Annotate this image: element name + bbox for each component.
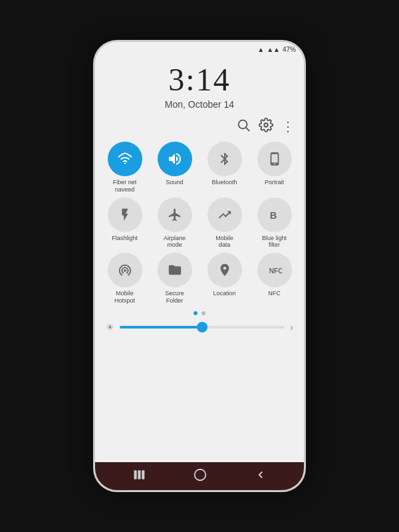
- quick-panel: ⋮ Fiber netnaveed Sound: [95, 115, 304, 462]
- brightness-expand-icon[interactable]: ›: [290, 322, 293, 332]
- battery-text: 47%: [283, 46, 296, 53]
- bluetooth-button[interactable]: [207, 142, 242, 176]
- toggle-nfc[interactable]: NFC NFC: [251, 253, 297, 305]
- airplane-label: Airplanemode: [164, 235, 186, 249]
- sound-label: Sound: [166, 179, 183, 186]
- hotspot-label: MobileHotspot: [114, 290, 135, 305]
- toggle-bluelight[interactable]: B Blue lightfilter: [251, 198, 297, 249]
- sound-button[interactable]: [158, 142, 192, 176]
- top-icons-row: ⋮: [102, 115, 297, 139]
- toggle-location[interactable]: Location: [201, 253, 247, 305]
- securefolder-button[interactable]: [158, 253, 192, 287]
- svg-text:B: B: [269, 209, 277, 220]
- toggle-hotspot[interactable]: MobileHotspot: [102, 253, 148, 305]
- svg-text:NFC: NFC: [269, 267, 281, 275]
- hotspot-button[interactable]: [108, 253, 142, 287]
- dot-1: [194, 311, 198, 315]
- bottom-nav: [95, 462, 304, 490]
- clock-area: 3:14 Mon, October 14: [95, 55, 304, 115]
- page-dots: [102, 311, 297, 315]
- brightness-row[interactable]: ☀ ›: [102, 319, 297, 335]
- brightness-low-icon: ☀: [106, 322, 114, 332]
- location-label: Location: [213, 290, 235, 297]
- svg-rect-6: [138, 470, 140, 479]
- settings-icon[interactable]: [259, 118, 273, 135]
- svg-point-2: [264, 123, 268, 127]
- brightness-thumb[interactable]: [197, 322, 207, 332]
- brightness-fill: [120, 326, 202, 329]
- nfc-label: NFC: [268, 290, 281, 297]
- securefolder-label: SecureFolder: [165, 290, 184, 305]
- dot-2: [201, 311, 205, 315]
- toggle-airplane[interactable]: Airplanemode: [152, 198, 198, 249]
- toggle-bluetooth[interactable]: Bluetooth: [201, 142, 247, 194]
- flashlight-label: Flashlight: [112, 235, 138, 242]
- bluelight-button[interactable]: B: [257, 198, 292, 232]
- svg-point-0: [239, 120, 247, 129]
- nfc-button[interactable]: NFC: [257, 253, 292, 287]
- clock-time: 3:14: [168, 61, 230, 98]
- toggles-grid: Fiber netnaveed Sound Bluetooth: [102, 139, 297, 307]
- flashlight-button[interactable]: [108, 198, 142, 232]
- home-button[interactable]: [193, 467, 207, 485]
- bluetooth-label: Bluetooth: [211, 179, 237, 186]
- mobiledata-label: Mobiledata: [215, 235, 233, 249]
- clock-date: Mon, October 14: [165, 99, 234, 110]
- wifi-button[interactable]: [108, 142, 142, 176]
- airplane-button[interactable]: [158, 198, 192, 232]
- status-bar: ▲ ▲▲ 47%: [95, 42, 304, 55]
- phone-frame: ▲ ▲▲ 47% 3:14 Mon, October 14 ⋮: [93, 40, 306, 492]
- brightness-slider[interactable]: [120, 326, 285, 329]
- more-icon[interactable]: ⋮: [281, 120, 295, 133]
- toggle-mobiledata[interactable]: Mobiledata: [201, 198, 247, 249]
- bluelight-label: Blue lightfilter: [262, 235, 287, 249]
- portrait-label: Portrait: [265, 179, 284, 186]
- toggle-securefolder[interactable]: SecureFolder: [152, 253, 198, 305]
- location-button[interactable]: [207, 253, 242, 287]
- portrait-button[interactable]: [257, 142, 292, 176]
- toggle-wifi[interactable]: Fiber netnaveed: [102, 142, 148, 194]
- toggle-sound[interactable]: Sound: [152, 142, 198, 194]
- back-button[interactable]: [255, 469, 267, 483]
- svg-rect-7: [142, 470, 144, 479]
- toggle-portrait[interactable]: Portrait: [251, 142, 297, 194]
- toggle-flashlight[interactable]: Flashlight: [102, 198, 148, 249]
- wifi-status-icon: ▲: [257, 46, 264, 53]
- svg-line-1: [246, 128, 249, 131]
- svg-rect-5: [134, 470, 136, 479]
- wifi-label: Fiber netnaveed: [113, 179, 137, 194]
- search-icon[interactable]: [236, 118, 251, 135]
- recent-apps-button[interactable]: [132, 468, 146, 484]
- mobiledata-button[interactable]: [207, 198, 242, 232]
- signal-icon: ▲▲: [267, 46, 280, 53]
- svg-point-8: [195, 469, 206, 481]
